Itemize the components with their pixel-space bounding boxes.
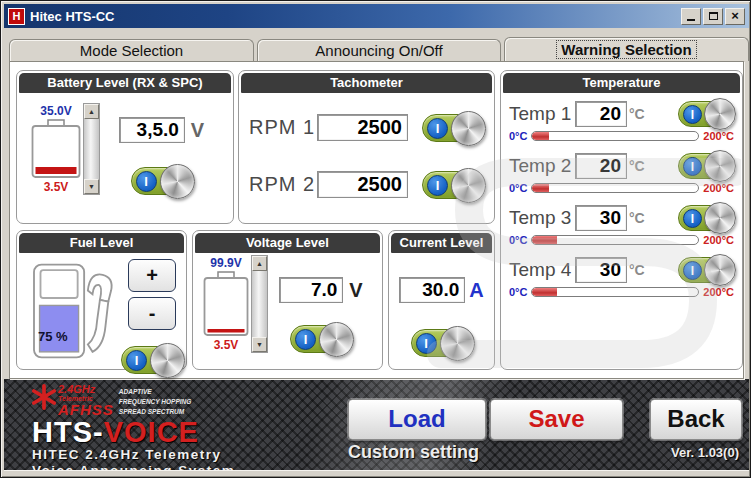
- toggle-knob-icon: [704, 202, 736, 234]
- logo-line2: FREQUENCY HOPPING: [119, 397, 191, 407]
- toggle-on-indicator: I: [683, 157, 702, 176]
- temp2-toggle-switch[interactable]: I: [678, 153, 734, 179]
- fuel-minus-button[interactable]: -: [128, 297, 176, 330]
- current-unit-label: A: [469, 279, 483, 302]
- current-toggle-switch[interactable]: I: [411, 329, 473, 357]
- toggle-knob-icon: [704, 98, 736, 130]
- voltage-battery-icon: [203, 271, 249, 337]
- battery-level-scrollbar[interactable]: ▲ ▼: [83, 103, 100, 195]
- current-value-field[interactable]: 30.0: [399, 277, 465, 303]
- voltage-value-field[interactable]: 7.0: [279, 277, 343, 303]
- scroll-up-button[interactable]: ▲: [84, 104, 99, 119]
- tab-label: Warning Selection: [557, 41, 695, 58]
- temp4-value-field[interactable]: 30: [575, 257, 627, 283]
- temp2-slider[interactable]: [531, 183, 699, 193]
- footer-bar: 2.4GHz Telemetric AFHSS ADAPTIVE FREQUEN…: [4, 379, 749, 470]
- save-button[interactable]: Save: [490, 399, 623, 440]
- scroll-down-button[interactable]: ▼: [252, 337, 267, 352]
- toggle-knob-icon: [451, 111, 486, 146]
- fuel-plus-button[interactable]: +: [128, 259, 176, 292]
- temp3-slider[interactable]: [531, 235, 699, 245]
- toggle-on-indicator: I: [683, 209, 702, 228]
- temp1-toggle-switch[interactable]: I: [678, 101, 734, 127]
- fuel-level-panel: Fuel Level 75 % + - I: [16, 230, 187, 370]
- temp4-slider-fill: [532, 288, 557, 296]
- app-logo-icon: H: [8, 8, 25, 25]
- scroll-up-button[interactable]: ▲: [252, 256, 267, 271]
- toggle-on-indicator: I: [683, 261, 702, 280]
- custom-setting-label: Custom setting: [348, 442, 479, 463]
- tachometer-panel-title: Tachometer: [241, 73, 492, 93]
- rpm2-value-field[interactable]: 2500: [317, 171, 408, 198]
- rpm1-label: RPM 1: [249, 116, 317, 139]
- temp3-label: Temp 3: [509, 207, 575, 229]
- temp2-value-field[interactable]: 20: [575, 153, 627, 179]
- temp1-value-field[interactable]: 20: [575, 101, 627, 127]
- logo-afhss: AFHSS: [58, 402, 114, 417]
- scrollbar-track[interactable]: [84, 119, 99, 179]
- temp4-unit-label: °C: [629, 262, 645, 278]
- toggle-on-indicator: I: [416, 333, 437, 354]
- fuel-toggle-switch[interactable]: I: [121, 346, 183, 374]
- toggle-knob-icon: [319, 322, 354, 357]
- tab-label: Mode Selection: [80, 42, 183, 59]
- title-bar: H Hitec HTS-CC ×: [4, 4, 749, 28]
- toggle-knob-icon: [150, 343, 185, 378]
- current-level-panel: Current Level 30.0 A I: [388, 230, 495, 370]
- logo-line1: ADAPTIVE: [119, 387, 191, 397]
- battery-min-label: 3.5V: [44, 180, 69, 194]
- temp1-slider[interactable]: [531, 131, 699, 141]
- scroll-down-button[interactable]: ▼: [84, 179, 99, 194]
- battery-value-field[interactable]: 3,5.0: [119, 117, 185, 143]
- close-button[interactable]: ×: [725, 8, 745, 25]
- toggle-on-indicator: I: [136, 171, 157, 192]
- temp1-unit-label: °C: [629, 106, 645, 122]
- tab-announcing-on-off[interactable]: Announcing On/Off: [257, 39, 501, 61]
- minimize-icon: [687, 13, 695, 21]
- battery-toggle-switch[interactable]: I: [131, 167, 193, 195]
- voltage-level-panel: Voltage Level 99.9V 3.5V ▲: [192, 230, 383, 370]
- voltage-level-scrollbar[interactable]: ▲ ▼: [251, 255, 268, 353]
- temp1-max-label: 200°C: [703, 130, 734, 142]
- back-button[interactable]: Back: [650, 399, 742, 440]
- temp4-label: Temp 4: [509, 259, 575, 281]
- temp4-slider[interactable]: [531, 287, 699, 297]
- toggle-knob-icon: [440, 326, 475, 361]
- voltage-toggle-switch[interactable]: I: [290, 325, 352, 353]
- battery-max-label: 35.0V: [40, 104, 71, 118]
- temp3-value-field[interactable]: 30: [575, 205, 627, 231]
- temp4-block: Temp 4 30 °C I 0°C 200°C: [509, 257, 734, 298]
- tab-warning-selection[interactable]: Warning Selection: [504, 37, 749, 61]
- load-button[interactable]: Load: [348, 399, 486, 440]
- toggle-on-indicator: I: [427, 175, 448, 196]
- temp2-unit-label: °C: [629, 158, 645, 174]
- temp2-max-label: 200°C: [703, 182, 734, 194]
- voltage-battery-widget: 99.9V 3.5V ▲ ▼: [203, 255, 268, 353]
- voltage-panel-title: Voltage Level: [195, 233, 380, 253]
- scrollbar-track[interactable]: [252, 271, 267, 337]
- temp1-slider-fill: [532, 132, 549, 140]
- temp4-max-label: 200°C: [703, 286, 734, 298]
- rpm2-toggle-switch[interactable]: I: [422, 171, 484, 199]
- fuel-pump-icon: 75 %: [25, 259, 121, 363]
- battery-level-panel: Battery Level (RX & SPC) 35.0V 3.5V ▲: [16, 70, 234, 224]
- window-bottom-edge: [4, 470, 749, 476]
- current-panel-title: Current Level: [391, 233, 492, 253]
- brand-subtitle-1: HITEC 2.4GHz Telemetry: [32, 447, 235, 463]
- toggle-on-indicator: I: [126, 350, 147, 371]
- tab-mode-selection[interactable]: Mode Selection: [9, 39, 254, 61]
- brand-title: HTS-VOICE: [32, 418, 235, 447]
- temp2-slider-fill: [532, 184, 549, 192]
- battery-unit-label: V: [191, 119, 204, 142]
- temp3-toggle-switch[interactable]: I: [678, 205, 734, 231]
- maximize-button[interactable]: [703, 8, 723, 25]
- temp4-toggle-switch[interactable]: I: [678, 257, 734, 283]
- battery-panel-title: Battery Level (RX & SPC): [19, 73, 231, 93]
- rpm1-value-field[interactable]: 2500: [317, 114, 408, 141]
- logo-line3: SPREAD SPECTRUM: [119, 407, 191, 417]
- rpm1-toggle-switch[interactable]: I: [422, 114, 484, 142]
- minimize-button[interactable]: [681, 8, 701, 25]
- toggle-on-indicator: I: [683, 105, 702, 124]
- voltage-max-label: 99.9V: [210, 256, 241, 270]
- toggle-knob-icon: [704, 254, 736, 286]
